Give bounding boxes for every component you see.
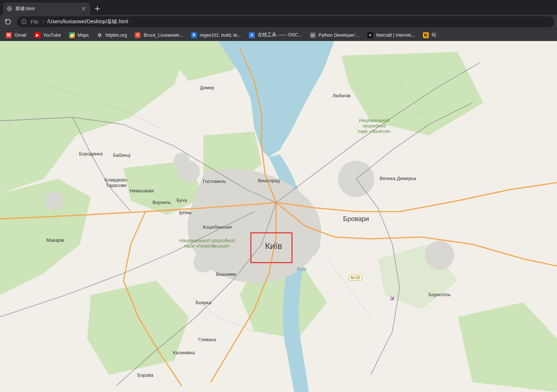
tab-bar: 基辅.html [0, 0, 557, 15]
bookmark-netcraft[interactable]: n Netcraft | Internet... [364, 30, 418, 40]
bookmark-label: Maps [78, 33, 89, 38]
map-canvas [0, 41, 557, 392]
svg-point-9 [425, 241, 454, 270]
bookmark-label: YouTube [43, 33, 61, 38]
bookmark-httpbin[interactable]: ⌬ httpbin.org [94, 30, 130, 40]
bookmark-label: Bruce_Liuxiaowei... [144, 33, 183, 38]
gmail-icon: M [6, 32, 12, 38]
address-separator: | [43, 19, 44, 25]
svg-point-6 [211, 219, 240, 248]
browser-tab-active[interactable]: 基辅.html [3, 3, 90, 15]
close-icon[interactable] [81, 6, 86, 12]
bookmark-label: Python Developer'... [319, 33, 359, 38]
bookmark-python[interactable]: ▭ Python Developer'... [307, 30, 362, 40]
bookmark-gmail[interactable]: M Gmail [3, 30, 29, 40]
tab-title: 基辅.html [15, 6, 78, 12]
netcraft-icon: n [367, 32, 373, 38]
svg-point-8 [45, 192, 64, 210]
osc-icon: ✦ [249, 32, 255, 38]
maps-icon: ◆ [69, 32, 75, 38]
bookmark-label: httpbin.org [105, 33, 127, 38]
site-info-icon[interactable] [21, 19, 27, 25]
map-viewport[interactable]: Київ Київ Бровари Димер Любичів Бородянк… [0, 41, 557, 392]
address-toolbar: File | /Users/liuxiaowei/Desktop/基辅.html [0, 15, 557, 29]
bookmark-label: regex101: build, te... [200, 33, 241, 38]
zhan-icon: 站 [423, 32, 429, 38]
bookmark-label: 站 [432, 32, 436, 38]
bookmark-regex101[interactable]: R regex101: build, te... [188, 30, 244, 40]
python-icon: ▭ [310, 32, 316, 38]
bookmark-youtube[interactable]: ▶ YouTube [32, 30, 64, 40]
bookmark-label: 在线工具 —— OSC... [258, 32, 302, 38]
csdn-icon: C [135, 32, 141, 38]
bookmark-zhan[interactable]: 站 站 [420, 30, 439, 40]
svg-point-5 [174, 153, 190, 169]
bookmark-label: Netcraft | Internet... [376, 33, 415, 38]
new-tab-button[interactable] [92, 4, 102, 14]
address-bar[interactable]: File | /Users/liuxiaowei/Desktop/基辅.html [17, 16, 554, 27]
reload-button[interactable] [3, 17, 13, 27]
bookmark-maps[interactable]: ◆ Maps [66, 30, 92, 40]
bookmarks-bar: M Gmail ▶ YouTube ◆ Maps ⌬ httpbin.org C… [0, 29, 557, 41]
youtube-icon: ▶ [35, 32, 40, 38]
regex101-icon: R [191, 32, 197, 38]
bookmark-bruce[interactable]: C Bruce_Liuxiaowei... [132, 30, 186, 40]
globe-icon [7, 6, 12, 12]
bookmark-osc[interactable]: ✦ 在线工具 —— OSC... [246, 30, 304, 40]
bookmark-label: Gmail [15, 33, 27, 38]
address-path: /Users/liuxiaowei/Desktop/基辅.html [47, 19, 128, 25]
httpbin-icon: ⌬ [97, 32, 102, 38]
scheme-label: File [31, 19, 39, 25]
svg-point-7 [193, 252, 214, 273]
